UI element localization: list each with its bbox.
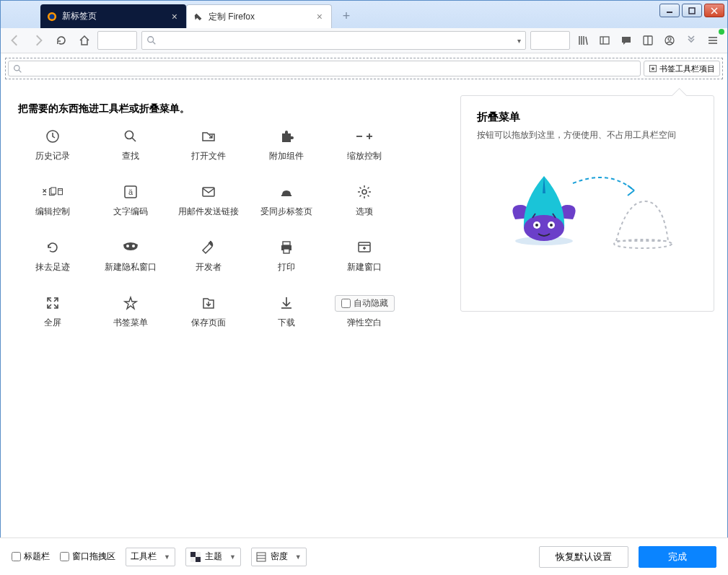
svg-line-40 [368,196,369,197]
palette-item-bookmarks-menu[interactable]: 书签菜单 [92,291,170,333]
svg-point-1 [50,14,55,19]
bookmarks-toolbar-dropzone[interactable]: 书签工具栏项目 [5,58,723,79]
titlebar: 新标签页 × 定制 Firefox × + [1,1,727,28]
forward-button[interactable] [28,30,48,51]
encoding-icon: ä [120,184,141,200]
titlebar-checkbox[interactable]: 标题栏 [12,550,50,563]
bookmarks-toolbar-items[interactable]: 书签工具栏项目 [644,61,720,76]
palette-item-label: 打开文件 [191,150,226,162]
chat-icon[interactable] [616,30,636,51]
density-icon [256,552,266,562]
themes-dropdown[interactable]: 主题▼ [185,548,241,566]
svg-rect-61 [196,552,201,557]
star-icon [120,295,141,311]
palette-item-encoding[interactable]: ä文字编码 [92,180,170,222]
toolbars-dropdown[interactable]: 工具栏▼ [126,548,175,566]
mail-icon [198,184,219,200]
minimize-button[interactable] [659,4,680,17]
autohide-checkbox[interactable]: 自动隐藏 [335,295,395,312]
tab-label: 新标签页 [62,10,97,22]
palette-item-label: 受同步标签页 [260,206,312,218]
bookmarks-search-placeholder [8,61,641,76]
svg-text:ä: ä [128,188,133,196]
svg-point-6 [148,37,154,43]
chevron-down-icon: ▼ [229,553,236,561]
svg-line-39 [360,188,361,189]
tab-newtab[interactable]: 新标签页 × [40,4,186,28]
palette-item-open-file[interactable]: 打开文件 [170,124,247,167]
done-button[interactable]: 完成 [639,546,716,568]
palette-item-fullscreen[interactable]: 全屏 [14,291,92,333]
palette-item-print[interactable]: 打印 [247,235,325,278]
svg-point-44 [132,245,135,247]
palette-item-label: 新建窗口 [347,261,382,273]
svg-rect-3 [689,8,695,14]
density-dropdown[interactable]: 密度▼ [251,548,307,566]
svg-line-7 [153,42,156,45]
palette-item-preferences[interactable]: 选项 [325,180,403,222]
overflow-illustration [477,162,698,263]
palette-item-find[interactable]: 查找 [92,124,170,167]
expand-icon [42,295,63,311]
items-palette: 历史记录查找打开文件附加组件缩放控制编辑控制ä文字编码用邮件发送链接受同步标签页… [14,124,449,333]
overflow-panel[interactable]: 折叠菜单 按钮可以拖放到这里，方便使用、不占用工具栏空间 [460,95,714,312]
palette-item-private[interactable]: 新建隐私窗口 [92,235,170,278]
home-button[interactable] [74,30,95,51]
palette-item-edit[interactable]: 编辑控制 [14,180,92,222]
synced-icon [276,184,297,200]
newtab-button[interactable]: + [336,6,356,26]
palette-item-forget[interactable]: 抹去足迹 [14,235,92,278]
palette-item-save-page[interactable]: 保存页面 [170,291,247,333]
reader-icon[interactable] [638,30,658,51]
dropdown-caret-icon[interactable]: ▾ [517,37,521,45]
palette-item-downloads[interactable]: 下载 [247,291,325,333]
reload-button[interactable] [51,30,71,51]
account-icon[interactable] [659,30,680,51]
dragspace-checkbox[interactable]: 窗口拖拽区 [60,550,115,563]
palette-item-history[interactable]: 历史记录 [14,124,92,167]
sidebar-icon[interactable] [595,30,615,51]
tab-customize[interactable]: 定制 Firefox × [186,4,332,28]
chevron-down-icon: ▼ [164,553,170,561]
customize-footer: 标题栏 窗口拖拽区 工具栏▼ 主题▼ 密度▼ 恢复默认设置 完成 [0,537,728,575]
print-icon [276,240,297,255]
search-box[interactable] [530,31,570,50]
palette-item-label: 下载 [278,317,295,329]
customize-heading: 把需要的东西拖进工具栏或折叠菜单。 [18,102,449,115]
palette-item-flexible-space[interactable]: 自动隐藏弹性空白 [325,291,403,333]
palette-item-synced-tabs[interactable]: 受同步标签页 [247,180,325,222]
bookmarks-toolbar-label: 书签工具栏项目 [659,63,715,74]
palette-item-developer[interactable]: 开发者 [170,235,247,278]
chevron-down-icon: ▼ [295,553,302,561]
overflow-icon[interactable] [681,30,701,51]
palette-item-label: 选项 [356,206,373,218]
nav-toolbar: ▾ [1,28,727,53]
search-icon [120,128,141,144]
svg-rect-45 [283,242,290,245]
palette-item-label: 抹去足迹 [35,261,70,273]
restore-defaults-button[interactable]: 恢复默认设置 [539,546,628,568]
svg-point-43 [126,245,129,247]
zoom-icon [354,128,375,144]
search-icon [13,64,22,74]
url-bar[interactable]: ▾ [141,31,526,50]
svg-point-17 [14,65,19,70]
back-button[interactable] [5,30,25,51]
window-controls [659,4,724,17]
close-button[interactable] [704,4,724,17]
small-box[interactable] [97,31,137,50]
palette-item-addons[interactable]: 附加组件 [247,124,325,167]
theme-swatch-icon [190,552,201,562]
svg-line-42 [360,196,361,197]
library-icon[interactable] [573,30,593,51]
close-icon[interactable]: × [314,11,325,22]
svg-rect-63 [196,557,201,562]
palette-item-email-link[interactable]: 用邮件发送链接 [170,180,247,222]
palette-item-zoom[interactable]: 缩放控制 [325,124,403,167]
palette-item-new-window[interactable]: 新建窗口 [325,235,403,278]
maximize-button[interactable] [682,4,702,17]
window-icon [354,240,375,255]
close-icon[interactable]: × [169,11,180,22]
puzzle-icon [276,128,297,144]
menu-icon[interactable] [703,30,723,51]
